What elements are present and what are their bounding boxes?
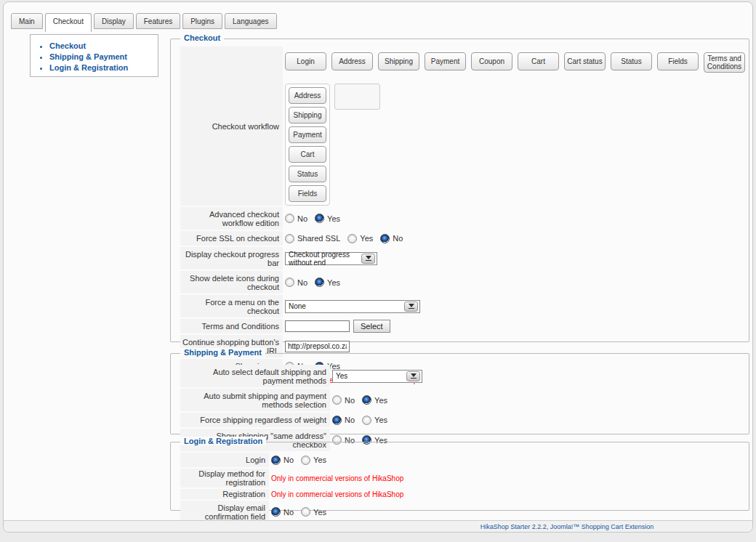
footer-text: HikaShop Starter 2.2.2, Joomla!™ Shoppin… — [480, 523, 654, 530]
shipping-payment-section: Shipping & Payment Auto select default s… — [170, 353, 749, 434]
setting-row: Show delete icons during checkout No Yes — [180, 271, 743, 294]
setting-label: Force a menu on the checkout — [180, 295, 283, 317]
workflow-button-terms[interactable]: Terms and Conditions — [704, 52, 745, 73]
radio-no[interactable] — [271, 507, 281, 517]
terms-select-button[interactable]: Select — [353, 320, 390, 333]
workflow-drop-target[interactable] — [334, 84, 380, 110]
radio-label: No — [297, 214, 307, 223]
setting-label: Advanced checkout workflow edition — [180, 207, 283, 230]
sidebar-item-login-registration[interactable]: Login & Registration — [49, 62, 158, 73]
terms-input[interactable] — [285, 320, 350, 332]
tab-main[interactable]: Main — [11, 13, 43, 29]
tab-bar: Main Checkout Display Features Plugins L… — [11, 13, 277, 32]
workflow-column-button-shipping[interactable]: Shipping — [289, 107, 326, 124]
sidebar-menu: Checkout Shipping & Payment Login & Regi… — [30, 34, 158, 77]
workflow-column: Address Shipping Payment Cart Status Fie… — [285, 84, 330, 206]
footer: HikaShop Starter 2.2.2, Joomla!™ Shoppin… — [4, 520, 752, 532]
radio-label: No — [284, 508, 294, 517]
radio-label: No — [297, 278, 307, 287]
radio-no[interactable] — [332, 416, 342, 425]
radio-label: Yes — [327, 214, 340, 223]
radio-no[interactable] — [285, 278, 294, 287]
select-value: Yes — [336, 372, 347, 380]
setting-label: Display checkout progress bar — [180, 247, 283, 270]
radio-label: No — [345, 396, 355, 405]
workflow-column-button-status[interactable]: Status — [289, 166, 326, 182]
radio-no[interactable] — [380, 234, 390, 243]
continue-shopping-url-input[interactable] — [285, 341, 350, 352]
setting-label: Force shipping regardless of weight — [180, 413, 330, 427]
setting-row: Force SSL on checkout Shared SSL Yes No — [180, 231, 743, 246]
checkout-workflow-label: Checkout workflow — [180, 46, 283, 206]
setting-row: Display checkout progress bar Checkout p… — [180, 247, 743, 270]
commercial-only-note: Only in commercial versions of HikaShop — [271, 474, 403, 482]
radio-label: Yes — [327, 278, 340, 287]
radio-label: Shared SSL — [297, 234, 340, 243]
radio-yes[interactable] — [301, 507, 310, 517]
workflow-button-address[interactable]: Address — [331, 52, 373, 70]
checkout-section-legend: Checkout — [180, 33, 224, 42]
chevron-down-icon[interactable] — [404, 302, 418, 312]
workflow-button-shipping[interactable]: Shipping — [378, 52, 419, 70]
setting-label: Auto select default shipping and payment… — [180, 365, 330, 387]
workflow-button-cart-status[interactable]: Cart status — [564, 52, 606, 70]
radio-no[interactable] — [285, 214, 294, 223]
tab-languages[interactable]: Languages — [225, 13, 277, 29]
radio-yes[interactable] — [315, 278, 324, 287]
tab-plugins[interactable]: Plugins — [182, 13, 222, 29]
chevron-down-icon[interactable] — [406, 371, 420, 381]
radio-label: No — [345, 416, 355, 424]
shipping-payment-legend: Shipping & Payment — [180, 348, 265, 357]
workflow-button-login[interactable]: Login — [285, 52, 326, 70]
radio-label: No — [284, 456, 294, 464]
setting-row: Auto submit shipping and payment methods… — [180, 389, 743, 411]
radio-label: Yes — [360, 234, 373, 243]
workflow-column-button-cart[interactable]: Cart — [289, 146, 326, 163]
workflow-button-fields[interactable]: Fields — [657, 52, 699, 70]
setting-row: Force shipping regardless of weight No Y… — [180, 413, 743, 427]
radio-yes[interactable] — [362, 395, 371, 405]
radio-yes[interactable] — [315, 214, 324, 223]
radio-no[interactable] — [271, 456, 281, 465]
sidebar-link-label[interactable]: Login & Registration — [49, 63, 128, 72]
login-registration-legend: Login & Registration — [180, 437, 266, 445]
radio-shared-ssl[interactable] — [285, 234, 294, 243]
sidebar-item-shipping-payment[interactable]: Shipping & Payment — [49, 52, 158, 62]
workflow-column-button-fields[interactable]: Fields — [289, 185, 326, 202]
radio-yes[interactable] — [301, 456, 310, 465]
workflow-column-button-address[interactable]: Address — [289, 87, 326, 104]
radio-no[interactable] — [332, 395, 342, 405]
tab-display[interactable]: Display — [94, 13, 134, 29]
chevron-down-icon[interactable] — [361, 254, 375, 264]
workflow-button-status[interactable]: Status — [611, 52, 652, 70]
workflow-button-cart[interactable]: Cart — [518, 52, 559, 70]
setting-label: Show delete icons during checkout — [180, 271, 283, 294]
workflow-button-payment[interactable]: Payment — [425, 52, 466, 70]
radio-label: Yes — [313, 508, 326, 517]
setting-row: Advanced checkout workflow edition No Ye… — [180, 207, 743, 230]
setting-label: Force SSL on checkout — [180, 231, 283, 246]
sidebar-link-label[interactable]: Shipping & Payment — [49, 52, 127, 61]
setting-row: Force a menu on the checkout None — [180, 295, 743, 317]
tab-features[interactable]: Features — [136, 13, 180, 29]
tab-checkout[interactable]: Checkout — [45, 13, 92, 32]
radio-label: No — [393, 234, 403, 243]
progress-bar-select[interactable]: Checkout progress without end — [285, 252, 377, 265]
setting-label: Terms and Conditions — [180, 319, 283, 333]
sidebar-item-checkout[interactable]: Checkout — [49, 41, 158, 52]
sidebar-link-label[interactable]: Checkout — [49, 41, 86, 50]
force-menu-select[interactable]: None — [285, 300, 420, 313]
radio-yes[interactable] — [347, 234, 357, 243]
select-value: Checkout progress without end — [289, 251, 359, 267]
checkout-workflow-row: Checkout workflow Login Address Shipping… — [180, 46, 743, 206]
radio-yes[interactable] — [362, 416, 371, 425]
admin-panel: Main Checkout Display Features Plugins L… — [3, 1, 753, 533]
workflow-button-coupon[interactable]: Coupon — [471, 52, 512, 70]
setting-row: Terms and Conditions Select — [180, 319, 743, 333]
select-value: None — [289, 302, 306, 310]
workflow-step-buttons: Login Address Shipping Payment Coupon Ca… — [285, 52, 745, 73]
auto-select-methods-select[interactable]: Yes — [332, 370, 422, 383]
radio-label: Yes — [374, 416, 387, 424]
setting-label: Display method for registration — [180, 469, 269, 488]
workflow-column-button-payment[interactable]: Payment — [289, 126, 326, 143]
